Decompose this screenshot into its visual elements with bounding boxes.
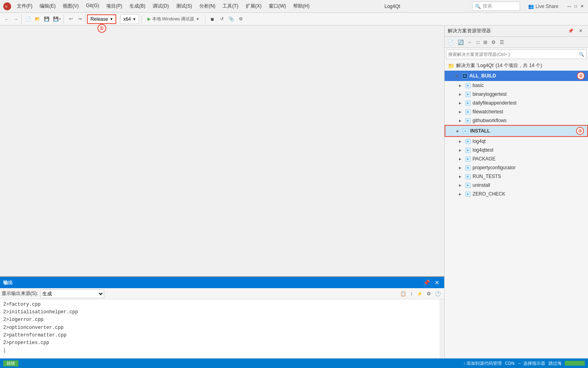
annotation-2-marker: ② xyxy=(577,72,585,80)
tree-item-uninstall[interactable]: ▶ + uninstall xyxy=(445,181,588,190)
status-ready: 就绪 xyxy=(3,360,18,366)
tree-item-githubworkflows[interactable]: ▶ + githubworkflows xyxy=(445,116,588,125)
tree-label-basic: basic xyxy=(473,83,585,88)
back-button[interactable]: ← xyxy=(2,14,11,24)
menu-view[interactable]: 视图(V) xyxy=(60,2,82,10)
solution-pin-button[interactable]: 📌 xyxy=(566,26,575,36)
undo-button[interactable]: ↩ xyxy=(66,14,75,24)
tree-label-log4qttest: log4qttest xyxy=(473,147,585,153)
status-bar: 就绪 ↑ 添加到源代码管理 CDN ← 选择指示器 踏过海 xyxy=(0,358,588,368)
title-bar-left: V 文件(F) 编辑(E) 视图(V) Git(G) 项目(P) 生成(B) 调… xyxy=(3,2,313,10)
output-history-button[interactable]: 🕐 xyxy=(433,289,443,298)
tree-item-binaryloggertest[interactable]: ▶ + binaryloggertest xyxy=(445,90,588,99)
output-toolbar: 显示输出来源(S): 生成 📋 ↕ ⚡ ⚙ 🕐 xyxy=(0,288,444,299)
tree-label-uninstall: uninstall xyxy=(473,182,585,188)
progress-indicator xyxy=(565,361,585,366)
menu-bar[interactable]: 文件(F) 编辑(E) 视图(V) Git(G) 项目(P) 生成(B) 调试(… xyxy=(14,2,313,10)
app-title: Log4Qt xyxy=(384,4,400,9)
menu-help[interactable]: 帮助(H) xyxy=(290,2,313,10)
arrow-icon: ▶ xyxy=(459,84,463,87)
menu-test[interactable]: 测试(S) xyxy=(173,2,195,10)
tree-item-dailyfileappendertest[interactable]: ▶ + dailyfileappendertest xyxy=(445,99,588,107)
redo-button[interactable]: ↪ xyxy=(75,14,84,24)
solution-filter-button[interactable]: ☰ xyxy=(498,38,506,47)
stop-button[interactable]: ⏹ xyxy=(208,14,217,24)
solution-collapse-button[interactable]: □ xyxy=(475,38,481,47)
tree-item-log4qt[interactable]: ▶ + log4qt xyxy=(445,137,588,146)
tree-item-ALL_BUILD[interactable]: ▶ + ALL_BUILD ② xyxy=(445,71,588,81)
tree-item-PACKAGE[interactable]: ▶ + PACKAGE xyxy=(445,154,588,163)
maximize-button[interactable]: □ xyxy=(573,4,578,9)
window-controls: — □ ✕ xyxy=(566,4,585,9)
output-wrap-button[interactable]: ↕ xyxy=(409,289,414,298)
tree-item-filewatchertest[interactable]: ▶ + filewatchertest xyxy=(445,107,588,116)
output-scrollbar[interactable] xyxy=(439,299,444,359)
save-all-button[interactable]: 💾+ xyxy=(52,14,63,24)
settings-button[interactable]: ⚙ xyxy=(236,14,245,24)
output-cursor-line: | xyxy=(3,347,441,354)
tree-item-RUN_TESTS[interactable]: ▶ + RUN_TESTS xyxy=(445,172,588,181)
solution-toolbar: 📄 🔄 ← □ ⊞ ⚙ ☰ xyxy=(445,37,588,48)
menu-build[interactable]: 生成(B) xyxy=(126,2,149,10)
menu-tools[interactable]: 工具(T) xyxy=(219,2,241,10)
run-debugger-button[interactable]: ▶ 本地 Windows 调试器 ▼ xyxy=(144,14,203,24)
menu-edit[interactable]: 编辑(E) xyxy=(36,2,59,10)
solution-toolbar-btn-1[interactable]: 📄 xyxy=(446,38,455,47)
solution-close-button[interactable]: ✕ xyxy=(576,26,585,36)
output-settings-button[interactable]: ⚙ xyxy=(425,289,433,298)
open-file-button[interactable]: 📂 xyxy=(33,14,42,24)
tree-label-RUN_TESTS: RUN_TESTS xyxy=(473,174,585,179)
output-close-button[interactable]: ✕ xyxy=(433,279,441,286)
tree-item-propertyconfigurator[interactable]: ▶ + propertyconfigurator xyxy=(445,163,588,172)
save-button[interactable]: 💾 xyxy=(42,14,51,24)
platform-dropdown[interactable]: x64 ▼ xyxy=(120,14,139,24)
minimize-button[interactable]: — xyxy=(566,4,572,9)
tree-item-basic[interactable]: ▶ + basic xyxy=(445,81,588,90)
status-source-control[interactable]: ↑ 添加到源代码管理 xyxy=(463,360,502,366)
tree-label-ALL_BUILD: ALL_BUILD xyxy=(469,73,574,79)
tree-label-filewatchertest: filewatchertest xyxy=(473,109,585,115)
tree-item-INSTALL[interactable]: ▶ + INSTALL ③ xyxy=(445,125,588,137)
solution-explorer-titlebar: 解决方案资源管理器 📌 ✕ xyxy=(445,26,588,37)
live-share-button[interactable]: 👥 Live Share xyxy=(525,3,562,10)
release-dropdown[interactable]: Release ▼ xyxy=(87,14,116,24)
close-button[interactable]: ✕ xyxy=(579,4,585,9)
solution-expand-button[interactable]: ⊞ xyxy=(482,38,489,47)
menu-window[interactable]: 窗口(W) xyxy=(266,2,289,10)
solution-search-box[interactable]: 🔍 xyxy=(446,49,586,59)
menu-git[interactable]: Git(G) xyxy=(83,2,102,10)
output-source-label: 显示输出来源(S): xyxy=(2,290,38,297)
solution-toolbar-btn-3[interactable]: ← xyxy=(466,38,474,47)
restart-button[interactable]: ↺ xyxy=(217,14,226,24)
solution-search-input[interactable] xyxy=(448,52,579,57)
attach-button[interactable]: 📎 xyxy=(227,14,236,24)
solution-toolbar-btn-2[interactable]: 🔄 xyxy=(456,38,465,47)
new-file-button[interactable]: 📄 xyxy=(24,14,33,24)
tree-label-binaryloggertest: binaryloggertest xyxy=(473,91,585,97)
output-clear-button[interactable]: 📋 xyxy=(399,289,408,298)
arrow-icon: ▶ xyxy=(459,148,463,152)
tree-item-log4qttest[interactable]: ▶ + log4qttest xyxy=(445,146,588,154)
arrow-icon: ▶ xyxy=(459,140,463,143)
output-line-2: 2>initialisationhelper.cpp xyxy=(3,309,441,316)
menu-debug[interactable]: 调试(D) xyxy=(149,2,172,10)
search-box[interactable]: 🔍 搜索 xyxy=(472,2,520,11)
annotation-1: ① xyxy=(97,24,106,33)
solution-settings-button[interactable]: ⚙ xyxy=(490,38,497,47)
output-line-5: 2>patternformatter.cpp xyxy=(3,332,441,339)
output-filter-button[interactable]: ⚡ xyxy=(415,289,424,298)
status-indicator[interactable]: ← 选择指示器 xyxy=(518,360,545,366)
menu-extensions[interactable]: 扩展(X) xyxy=(242,2,265,10)
output-line-4: 2>optionconverter.cpp xyxy=(3,324,441,332)
output-pin-button[interactable]: 📌 xyxy=(421,279,431,286)
menu-analyze[interactable]: 分析(N) xyxy=(196,2,219,10)
menu-file[interactable]: 文件(F) xyxy=(14,2,36,10)
tree-item-ZERO_CHECK[interactable]: ▶ + ZERO_CHECK xyxy=(445,190,588,198)
output-source-select[interactable]: 生成 xyxy=(40,289,104,298)
forward-button[interactable]: → xyxy=(12,14,20,24)
menu-project[interactable]: 项目(P) xyxy=(103,2,125,10)
dropdown-arrow-icon: ▼ xyxy=(109,17,113,21)
status-bar-left: 就绪 xyxy=(3,360,18,366)
project-icon-PACKAGE: + xyxy=(465,156,471,162)
arrow-icon: ▶ xyxy=(457,129,461,133)
